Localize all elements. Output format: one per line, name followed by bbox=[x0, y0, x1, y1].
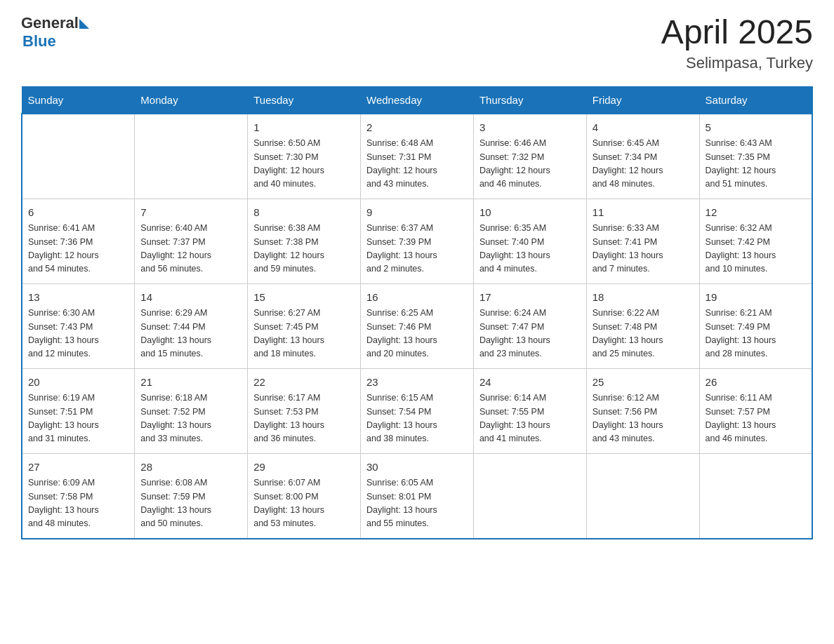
calendar-cell: 22Sunrise: 6:17 AM Sunset: 7:53 PM Dayli… bbox=[248, 368, 361, 453]
day-number: 17 bbox=[479, 290, 581, 306]
day-number: 7 bbox=[140, 205, 241, 221]
day-number: 21 bbox=[140, 375, 241, 391]
calendar-cell bbox=[699, 453, 812, 539]
weekday-header-saturday: Saturday bbox=[699, 86, 812, 114]
page-header: General Blue April 2025 Selimpasa, Turke… bbox=[21, 14, 813, 72]
day-info: Sunrise: 6:48 AM Sunset: 7:31 PM Dayligh… bbox=[366, 137, 468, 192]
day-info: Sunrise: 6:29 AM Sunset: 7:44 PM Dayligh… bbox=[140, 307, 241, 361]
calendar-cell bbox=[135, 114, 248, 199]
day-info: Sunrise: 6:05 AM Sunset: 8:01 PM Dayligh… bbox=[366, 476, 468, 531]
calendar-cell: 18Sunrise: 6:22 AM Sunset: 7:48 PM Dayli… bbox=[586, 283, 699, 368]
day-number: 4 bbox=[593, 120, 694, 136]
weekday-header-tuesday: Tuesday bbox=[248, 86, 361, 114]
day-info: Sunrise: 6:30 AM Sunset: 7:43 PM Dayligh… bbox=[28, 307, 128, 361]
day-info: Sunrise: 6:15 AM Sunset: 7:54 PM Dayligh… bbox=[366, 391, 468, 446]
calendar-cell: 23Sunrise: 6:15 AM Sunset: 7:54 PM Dayli… bbox=[361, 368, 474, 453]
day-info: Sunrise: 6:32 AM Sunset: 7:42 PM Dayligh… bbox=[706, 222, 806, 276]
day-info: Sunrise: 6:19 AM Sunset: 7:51 PM Dayligh… bbox=[28, 391, 128, 446]
calendar-cell bbox=[586, 453, 699, 539]
weekday-header-wednesday: Wednesday bbox=[361, 86, 474, 114]
calendar-cell: 7Sunrise: 6:40 AM Sunset: 7:37 PM Daylig… bbox=[135, 199, 248, 283]
day-info: Sunrise: 6:50 AM Sunset: 7:30 PM Dayligh… bbox=[253, 137, 355, 192]
day-info: Sunrise: 6:27 AM Sunset: 7:45 PM Dayligh… bbox=[253, 307, 355, 361]
day-number: 8 bbox=[253, 205, 355, 221]
day-number: 16 bbox=[366, 290, 468, 306]
day-number: 5 bbox=[706, 120, 806, 136]
day-info: Sunrise: 6:12 AM Sunset: 7:56 PM Dayligh… bbox=[593, 391, 694, 446]
calendar-cell: 5Sunrise: 6:43 AM Sunset: 7:35 PM Daylig… bbox=[699, 114, 812, 199]
calendar-table: SundayMondayTuesdayWednesdayThursdayFrid… bbox=[21, 86, 813, 539]
day-number: 27 bbox=[28, 459, 128, 476]
day-info: Sunrise: 6:45 AM Sunset: 7:34 PM Dayligh… bbox=[593, 137, 694, 192]
day-info: Sunrise: 6:38 AM Sunset: 7:38 PM Dayligh… bbox=[253, 222, 355, 276]
day-number: 30 bbox=[366, 459, 468, 476]
calendar-title: April 2025 bbox=[661, 14, 813, 51]
day-info: Sunrise: 6:46 AM Sunset: 7:32 PM Dayligh… bbox=[479, 137, 581, 192]
calendar-cell: 10Sunrise: 6:35 AM Sunset: 7:40 PM Dayli… bbox=[473, 199, 586, 283]
calendar-cell: 19Sunrise: 6:21 AM Sunset: 7:49 PM Dayli… bbox=[699, 283, 812, 368]
day-info: Sunrise: 6:21 AM Sunset: 7:49 PM Dayligh… bbox=[706, 307, 806, 361]
day-number: 26 bbox=[706, 375, 806, 391]
day-number: 3 bbox=[479, 120, 581, 136]
calendar-cell: 11Sunrise: 6:33 AM Sunset: 7:41 PM Dayli… bbox=[586, 199, 699, 283]
calendar-body: 1Sunrise: 6:50 AM Sunset: 7:30 PM Daylig… bbox=[22, 114, 812, 539]
day-info: Sunrise: 6:25 AM Sunset: 7:46 PM Dayligh… bbox=[366, 307, 468, 361]
logo: General Blue bbox=[21, 14, 89, 51]
calendar-cell: 16Sunrise: 6:25 AM Sunset: 7:46 PM Dayli… bbox=[361, 283, 474, 368]
calendar-cell: 3Sunrise: 6:46 AM Sunset: 7:32 PM Daylig… bbox=[473, 114, 586, 199]
weekday-header-thursday: Thursday bbox=[473, 86, 586, 114]
day-info: Sunrise: 6:41 AM Sunset: 7:36 PM Dayligh… bbox=[28, 222, 128, 276]
day-number: 25 bbox=[593, 375, 694, 391]
weekday-header-row: SundayMondayTuesdayWednesdayThursdayFrid… bbox=[22, 86, 812, 114]
calendar-cell: 4Sunrise: 6:45 AM Sunset: 7:34 PM Daylig… bbox=[586, 114, 699, 199]
day-number: 10 bbox=[479, 205, 581, 221]
calendar-week-row: 27Sunrise: 6:09 AM Sunset: 7:58 PM Dayli… bbox=[22, 453, 812, 539]
day-info: Sunrise: 6:24 AM Sunset: 7:47 PM Dayligh… bbox=[479, 307, 581, 361]
weekday-header-sunday: Sunday bbox=[22, 86, 135, 114]
calendar-cell: 28Sunrise: 6:08 AM Sunset: 7:59 PM Dayli… bbox=[135, 453, 248, 539]
logo-general: General bbox=[21, 14, 79, 32]
day-info: Sunrise: 6:18 AM Sunset: 7:52 PM Dayligh… bbox=[140, 391, 241, 446]
day-info: Sunrise: 6:07 AM Sunset: 8:00 PM Dayligh… bbox=[253, 476, 355, 531]
day-number: 29 bbox=[253, 459, 355, 476]
day-info: Sunrise: 6:35 AM Sunset: 7:40 PM Dayligh… bbox=[479, 222, 581, 276]
calendar-cell: 12Sunrise: 6:32 AM Sunset: 7:42 PM Dayli… bbox=[699, 199, 812, 283]
day-number: 24 bbox=[479, 375, 581, 391]
day-number: 14 bbox=[140, 290, 241, 306]
calendar-cell: 27Sunrise: 6:09 AM Sunset: 7:58 PM Dayli… bbox=[22, 453, 135, 539]
weekday-header-monday: Monday bbox=[135, 86, 248, 114]
logo-blue: Blue bbox=[22, 32, 56, 51]
calendar-cell: 2Sunrise: 6:48 AM Sunset: 7:31 PM Daylig… bbox=[361, 114, 474, 199]
calendar-cell: 13Sunrise: 6:30 AM Sunset: 7:43 PM Dayli… bbox=[22, 283, 135, 368]
calendar-week-row: 20Sunrise: 6:19 AM Sunset: 7:51 PM Dayli… bbox=[22, 368, 812, 453]
calendar-cell: 29Sunrise: 6:07 AM Sunset: 8:00 PM Dayli… bbox=[248, 453, 361, 539]
calendar-cell: 17Sunrise: 6:24 AM Sunset: 7:47 PM Dayli… bbox=[473, 283, 586, 368]
calendar-cell: 8Sunrise: 6:38 AM Sunset: 7:38 PM Daylig… bbox=[248, 199, 361, 283]
calendar-cell bbox=[22, 114, 135, 199]
calendar-cell: 14Sunrise: 6:29 AM Sunset: 7:44 PM Dayli… bbox=[135, 283, 248, 368]
calendar-cell: 24Sunrise: 6:14 AM Sunset: 7:55 PM Dayli… bbox=[473, 368, 586, 453]
day-info: Sunrise: 6:37 AM Sunset: 7:39 PM Dayligh… bbox=[366, 222, 468, 276]
calendar-cell: 21Sunrise: 6:18 AM Sunset: 7:52 PM Dayli… bbox=[135, 368, 248, 453]
day-info: Sunrise: 6:14 AM Sunset: 7:55 PM Dayligh… bbox=[479, 391, 581, 446]
calendar-cell: 26Sunrise: 6:11 AM Sunset: 7:57 PM Dayli… bbox=[699, 368, 812, 453]
day-info: Sunrise: 6:09 AM Sunset: 7:58 PM Dayligh… bbox=[28, 476, 128, 531]
day-info: Sunrise: 6:40 AM Sunset: 7:37 PM Dayligh… bbox=[140, 222, 241, 276]
day-number: 9 bbox=[366, 205, 468, 221]
day-number: 18 bbox=[593, 290, 694, 306]
calendar-subtitle: Selimpasa, Turkey bbox=[661, 54, 813, 72]
calendar-header: SundayMondayTuesdayWednesdayThursdayFrid… bbox=[22, 86, 812, 114]
logo-triangle-icon bbox=[79, 19, 89, 29]
calendar-cell: 25Sunrise: 6:12 AM Sunset: 7:56 PM Dayli… bbox=[586, 368, 699, 453]
day-number: 6 bbox=[28, 205, 128, 221]
calendar-cell: 6Sunrise: 6:41 AM Sunset: 7:36 PM Daylig… bbox=[22, 199, 135, 283]
calendar-week-row: 6Sunrise: 6:41 AM Sunset: 7:36 PM Daylig… bbox=[22, 199, 812, 283]
calendar-cell: 30Sunrise: 6:05 AM Sunset: 8:01 PM Dayli… bbox=[361, 453, 474, 539]
day-number: 19 bbox=[706, 290, 806, 306]
calendar-week-row: 1Sunrise: 6:50 AM Sunset: 7:30 PM Daylig… bbox=[22, 114, 812, 199]
day-info: Sunrise: 6:11 AM Sunset: 7:57 PM Dayligh… bbox=[706, 391, 806, 446]
day-info: Sunrise: 6:43 AM Sunset: 7:35 PM Dayligh… bbox=[706, 137, 806, 192]
day-number: 20 bbox=[28, 375, 128, 391]
calendar-week-row: 13Sunrise: 6:30 AM Sunset: 7:43 PM Dayli… bbox=[22, 283, 812, 368]
calendar-cell bbox=[473, 453, 586, 539]
